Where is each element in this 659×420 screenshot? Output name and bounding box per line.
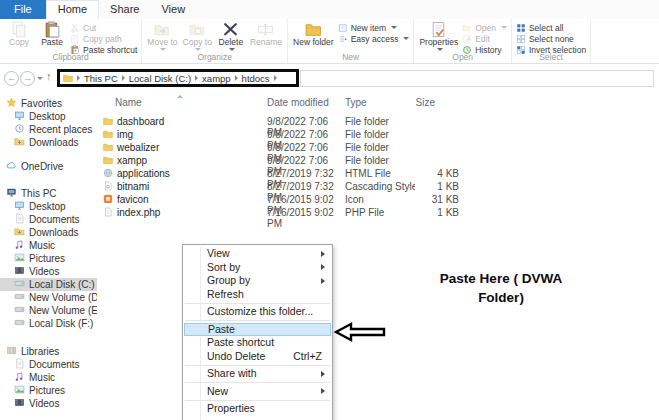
submenu-arrow-icon [321, 278, 325, 284]
tab-file[interactable]: File [0, 0, 46, 19]
breadcrumb-segment-this-pc[interactable]: This PC [84, 73, 118, 84]
sidebar-item-desktop[interactable]: Desktop [0, 200, 97, 213]
sidebar-item-local-disk-c[interactable]: Local Disk (C:) [0, 278, 97, 291]
file-row-dashboard[interactable]: dashboard9/8/2022 7:06 PMFile folder [97, 115, 659, 128]
folder-icon [63, 69, 73, 87]
sidebar-item-pictures[interactable]: Pictures [0, 384, 97, 397]
file-type: File folder [345, 116, 415, 127]
menu-item-label: Undo Delete [207, 350, 265, 362]
sidebar-item-label: Local Disk (F:) [29, 318, 93, 329]
forward-arrow-icon[interactable]: → [20, 71, 35, 86]
menu-item-label: New [207, 385, 228, 397]
new-item-button[interactable]: New item [338, 22, 410, 33]
caret-down-icon [195, 48, 201, 51]
context-menu-item-group-by[interactable]: Group by [183, 274, 332, 288]
sidebar-item-downloads[interactable]: Downloads [0, 226, 97, 239]
context-menu-item-paste[interactable]: Paste [184, 323, 331, 337]
context-menu-item-view[interactable]: View [183, 247, 332, 261]
context-menu-item-share-with[interactable]: Share with [183, 367, 332, 381]
file-row-xampp[interactable]: xampp9/8/2022 7:06 PMFile folder [97, 154, 659, 167]
back-arrow-icon[interactable]: ← [4, 71, 19, 86]
submenu-arrow-icon [321, 371, 325, 377]
tab-home[interactable]: Home [46, 0, 99, 20]
select-all-button[interactable]: Select all [516, 22, 586, 33]
file-row-applications[interactable]: applications8/27/2019 7:32 PMHTML File4 … [97, 167, 659, 180]
folder-icon [103, 142, 113, 154]
context-menu-item-properties[interactable]: Properties [183, 402, 332, 416]
sidebar-item-documents[interactable]: Documents [0, 213, 97, 226]
sidebar-item-videos[interactable]: Videos [0, 265, 97, 278]
videos-icon [14, 397, 25, 410]
sidebar-item-favorites[interactable]: Favorites [0, 97, 97, 110]
ribbon-group-label: Clipboard [0, 52, 141, 62]
breadcrumb-separator-icon [274, 75, 277, 81]
documents-icon [14, 213, 25, 226]
column-header-size[interactable]: Size [397, 97, 435, 108]
button-label: New item [351, 23, 386, 33]
sidebar-item-videos[interactable]: Videos [0, 397, 97, 410]
file-row-img[interactable]: img9/8/2022 7:06 PMFile folder [97, 128, 659, 141]
new-folder-icon [305, 21, 322, 38]
file-row-index-php[interactable]: index.php7/16/2015 9:02 PMPHP File1 KB [97, 206, 659, 219]
tab-view[interactable]: View [150, 0, 196, 19]
rename-button[interactable]: Rename [249, 21, 283, 51]
open-button[interactable]: Open [462, 22, 507, 33]
breadcrumb[interactable]: This PCLocal Disk (C:)xampphtdocs [57, 69, 299, 87]
edit-button[interactable]: Edit [462, 33, 507, 44]
sidebar-item-recent-places[interactable]: Recent places [0, 123, 97, 136]
desktop-icon [14, 110, 25, 123]
context-menu-item-refresh[interactable]: Refresh [183, 288, 332, 302]
context-menu-item-customize-this-folder[interactable]: Customize this folder... [183, 305, 332, 319]
sidebar-item-onedrive[interactable]: OneDrive [0, 160, 97, 173]
sidebar-item-this-pc[interactable]: This PC [0, 187, 97, 200]
sidebar-item-new-volume-d[interactable]: New Volume (D:) [0, 291, 97, 304]
sidebar-item-label: Pictures [29, 385, 65, 396]
sidebar-item-pictures[interactable]: Pictures [0, 252, 97, 265]
select-all-icon [516, 23, 526, 33]
move-to-button[interactable]: Move to [146, 21, 178, 51]
column-header-name[interactable]: Name [115, 97, 142, 108]
sidebar-item-music[interactable]: Music [0, 239, 97, 252]
ico-icon [103, 194, 113, 206]
button-label: Cut [83, 23, 96, 33]
open-icon [462, 23, 472, 33]
context-menu-item-paste-shortcut[interactable]: Paste shortcut [183, 336, 332, 350]
search-box[interactable] [300, 70, 654, 87]
button-label: Paste [41, 38, 63, 48]
recent-locations-caret-icon[interactable] [37, 77, 43, 80]
context-menu-item-sort-by[interactable]: Sort by [183, 261, 332, 275]
new-folder-button[interactable]: New folder [292, 21, 335, 48]
sidebar-item-label: Desktop [29, 111, 66, 122]
sidebar-item-documents[interactable]: Documents [0, 358, 97, 371]
sidebar-item-music[interactable]: Music [0, 371, 97, 384]
sidebar-item-local-disk-f[interactable]: Local Disk (F:) [0, 317, 97, 330]
tab-share[interactable]: Share [99, 0, 150, 19]
copy-icon [11, 21, 28, 38]
sidebar-item-downloads[interactable]: Downloads [0, 136, 97, 149]
sidebar-item-desktop[interactable]: Desktop [0, 110, 97, 123]
paste-button[interactable]: Paste [37, 21, 67, 55]
properties-button[interactable]: Properties [418, 21, 459, 55]
menu-item-label: Properties [207, 402, 255, 414]
star-icon [6, 97, 17, 110]
column-header-type[interactable]: Type [345, 97, 367, 108]
delete-button[interactable]: Delete [216, 21, 246, 51]
sidebar-item-libraries[interactable]: Libraries [0, 345, 97, 358]
copy-to-button[interactable]: Copy to [182, 21, 213, 51]
select-none-button[interactable]: Select none [516, 33, 586, 44]
breadcrumb-segment-htdocs[interactable]: htdocs [242, 73, 270, 84]
up-arrow-icon[interactable]: ↑ [46, 70, 52, 82]
cut-button[interactable]: Cut [70, 22, 137, 33]
file-row-webalizer[interactable]: webalizer9/8/2022 7:06 PMFile folder [97, 141, 659, 154]
sidebar-item-new-volume-e[interactable]: New Volume (E:) [0, 304, 97, 317]
file-row-favicon[interactable]: favicon7/16/2015 9:02 PMIcon31 KB [97, 193, 659, 206]
breadcrumb-segment-local-disk-c[interactable]: Local Disk (C:) [129, 73, 191, 84]
breadcrumb-segment-xampp[interactable]: xampp [202, 73, 231, 84]
easy-access-button[interactable]: Easy access [338, 33, 410, 44]
copy-path-button[interactable]: Copy path [70, 33, 137, 44]
column-header-date-modified[interactable]: Date modified [267, 97, 329, 108]
copy-button[interactable]: Copy [4, 21, 34, 55]
file-row-bitnami[interactable]: bitnami8/27/2019 7:32 PMCascading Style … [97, 180, 659, 193]
context-menu-item-new[interactable]: New [183, 385, 332, 399]
context-menu-item-undo-delete[interactable]: Undo DeleteCtrl+Z [183, 350, 332, 364]
